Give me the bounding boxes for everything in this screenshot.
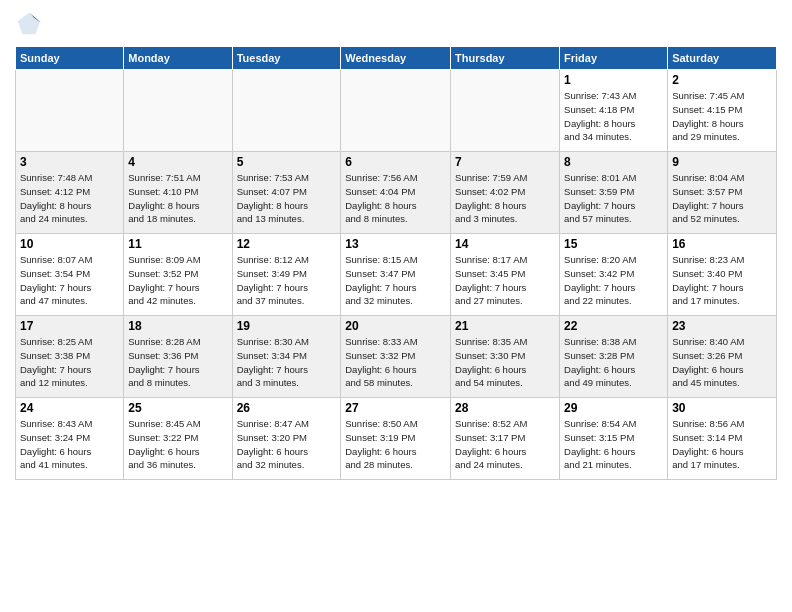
calendar-cell: 11Sunrise: 8:09 AM Sunset: 3:52 PM Dayli… xyxy=(124,234,232,316)
day-number: 6 xyxy=(345,155,446,169)
calendar-cell: 23Sunrise: 8:40 AM Sunset: 3:26 PM Dayli… xyxy=(668,316,777,398)
day-info: Sunrise: 8:54 AM Sunset: 3:15 PM Dayligh… xyxy=(564,417,663,472)
day-info: Sunrise: 8:50 AM Sunset: 3:19 PM Dayligh… xyxy=(345,417,446,472)
day-number: 26 xyxy=(237,401,337,415)
calendar-cell xyxy=(16,70,124,152)
calendar-cell: 29Sunrise: 8:54 AM Sunset: 3:15 PM Dayli… xyxy=(560,398,668,480)
calendar-cell: 5Sunrise: 7:53 AM Sunset: 4:07 PM Daylig… xyxy=(232,152,341,234)
day-number: 7 xyxy=(455,155,555,169)
page-container: SundayMondayTuesdayWednesdayThursdayFrid… xyxy=(0,0,792,490)
calendar-cell: 27Sunrise: 8:50 AM Sunset: 3:19 PM Dayli… xyxy=(341,398,451,480)
calendar-cell: 6Sunrise: 7:56 AM Sunset: 4:04 PM Daylig… xyxy=(341,152,451,234)
day-info: Sunrise: 8:30 AM Sunset: 3:34 PM Dayligh… xyxy=(237,335,337,390)
day-number: 10 xyxy=(20,237,119,251)
day-info: Sunrise: 7:43 AM Sunset: 4:18 PM Dayligh… xyxy=(564,89,663,144)
calendar-day-header: Monday xyxy=(124,47,232,70)
logo-icon xyxy=(15,10,43,38)
day-info: Sunrise: 8:28 AM Sunset: 3:36 PM Dayligh… xyxy=(128,335,227,390)
day-number: 29 xyxy=(564,401,663,415)
day-number: 25 xyxy=(128,401,227,415)
day-number: 14 xyxy=(455,237,555,251)
calendar-week-row: 1Sunrise: 7:43 AM Sunset: 4:18 PM Daylig… xyxy=(16,70,777,152)
calendar-cell: 8Sunrise: 8:01 AM Sunset: 3:59 PM Daylig… xyxy=(560,152,668,234)
day-number: 3 xyxy=(20,155,119,169)
calendar-day-header: Tuesday xyxy=(232,47,341,70)
calendar-cell: 16Sunrise: 8:23 AM Sunset: 3:40 PM Dayli… xyxy=(668,234,777,316)
calendar-cell: 10Sunrise: 8:07 AM Sunset: 3:54 PM Dayli… xyxy=(16,234,124,316)
calendar-cell: 14Sunrise: 8:17 AM Sunset: 3:45 PM Dayli… xyxy=(451,234,560,316)
day-number: 21 xyxy=(455,319,555,333)
day-number: 9 xyxy=(672,155,772,169)
calendar-cell: 21Sunrise: 8:35 AM Sunset: 3:30 PM Dayli… xyxy=(451,316,560,398)
calendar-cell: 4Sunrise: 7:51 AM Sunset: 4:10 PM Daylig… xyxy=(124,152,232,234)
day-info: Sunrise: 8:47 AM Sunset: 3:20 PM Dayligh… xyxy=(237,417,337,472)
day-number: 18 xyxy=(128,319,227,333)
calendar-header-row: SundayMondayTuesdayWednesdayThursdayFrid… xyxy=(16,47,777,70)
day-number: 13 xyxy=(345,237,446,251)
calendar-cell: 12Sunrise: 8:12 AM Sunset: 3:49 PM Dayli… xyxy=(232,234,341,316)
calendar-week-row: 3Sunrise: 7:48 AM Sunset: 4:12 PM Daylig… xyxy=(16,152,777,234)
calendar-cell: 9Sunrise: 8:04 AM Sunset: 3:57 PM Daylig… xyxy=(668,152,777,234)
logo xyxy=(15,10,47,38)
calendar-table: SundayMondayTuesdayWednesdayThursdayFrid… xyxy=(15,46,777,480)
day-info: Sunrise: 8:20 AM Sunset: 3:42 PM Dayligh… xyxy=(564,253,663,308)
day-number: 19 xyxy=(237,319,337,333)
day-info: Sunrise: 8:15 AM Sunset: 3:47 PM Dayligh… xyxy=(345,253,446,308)
calendar-day-header: Saturday xyxy=(668,47,777,70)
day-number: 24 xyxy=(20,401,119,415)
day-number: 20 xyxy=(345,319,446,333)
calendar-cell: 25Sunrise: 8:45 AM Sunset: 3:22 PM Dayli… xyxy=(124,398,232,480)
calendar-cell xyxy=(232,70,341,152)
day-info: Sunrise: 8:01 AM Sunset: 3:59 PM Dayligh… xyxy=(564,171,663,226)
day-info: Sunrise: 7:59 AM Sunset: 4:02 PM Dayligh… xyxy=(455,171,555,226)
calendar-cell: 13Sunrise: 8:15 AM Sunset: 3:47 PM Dayli… xyxy=(341,234,451,316)
day-info: Sunrise: 8:56 AM Sunset: 3:14 PM Dayligh… xyxy=(672,417,772,472)
calendar-day-header: Friday xyxy=(560,47,668,70)
day-number: 12 xyxy=(237,237,337,251)
day-info: Sunrise: 8:35 AM Sunset: 3:30 PM Dayligh… xyxy=(455,335,555,390)
day-info: Sunrise: 7:48 AM Sunset: 4:12 PM Dayligh… xyxy=(20,171,119,226)
day-info: Sunrise: 7:45 AM Sunset: 4:15 PM Dayligh… xyxy=(672,89,772,144)
day-number: 2 xyxy=(672,73,772,87)
day-info: Sunrise: 8:25 AM Sunset: 3:38 PM Dayligh… xyxy=(20,335,119,390)
day-info: Sunrise: 8:17 AM Sunset: 3:45 PM Dayligh… xyxy=(455,253,555,308)
calendar-week-row: 17Sunrise: 8:25 AM Sunset: 3:38 PM Dayli… xyxy=(16,316,777,398)
day-info: Sunrise: 8:07 AM Sunset: 3:54 PM Dayligh… xyxy=(20,253,119,308)
calendar-cell: 18Sunrise: 8:28 AM Sunset: 3:36 PM Dayli… xyxy=(124,316,232,398)
calendar-cell xyxy=(124,70,232,152)
calendar-cell: 2Sunrise: 7:45 AM Sunset: 4:15 PM Daylig… xyxy=(668,70,777,152)
day-info: Sunrise: 8:33 AM Sunset: 3:32 PM Dayligh… xyxy=(345,335,446,390)
day-number: 16 xyxy=(672,237,772,251)
calendar-cell: 19Sunrise: 8:30 AM Sunset: 3:34 PM Dayli… xyxy=(232,316,341,398)
day-number: 1 xyxy=(564,73,663,87)
day-number: 4 xyxy=(128,155,227,169)
day-info: Sunrise: 8:52 AM Sunset: 3:17 PM Dayligh… xyxy=(455,417,555,472)
day-number: 30 xyxy=(672,401,772,415)
day-info: Sunrise: 8:04 AM Sunset: 3:57 PM Dayligh… xyxy=(672,171,772,226)
day-info: Sunrise: 7:53 AM Sunset: 4:07 PM Dayligh… xyxy=(237,171,337,226)
calendar-day-header: Sunday xyxy=(16,47,124,70)
calendar-week-row: 24Sunrise: 8:43 AM Sunset: 3:24 PM Dayli… xyxy=(16,398,777,480)
calendar-day-header: Wednesday xyxy=(341,47,451,70)
calendar-week-row: 10Sunrise: 8:07 AM Sunset: 3:54 PM Dayli… xyxy=(16,234,777,316)
day-info: Sunrise: 8:09 AM Sunset: 3:52 PM Dayligh… xyxy=(128,253,227,308)
page-header xyxy=(15,10,777,38)
calendar-cell: 7Sunrise: 7:59 AM Sunset: 4:02 PM Daylig… xyxy=(451,152,560,234)
day-info: Sunrise: 8:38 AM Sunset: 3:28 PM Dayligh… xyxy=(564,335,663,390)
day-info: Sunrise: 8:23 AM Sunset: 3:40 PM Dayligh… xyxy=(672,253,772,308)
calendar-cell: 22Sunrise: 8:38 AM Sunset: 3:28 PM Dayli… xyxy=(560,316,668,398)
calendar-day-header: Thursday xyxy=(451,47,560,70)
calendar-cell: 1Sunrise: 7:43 AM Sunset: 4:18 PM Daylig… xyxy=(560,70,668,152)
day-info: Sunrise: 7:56 AM Sunset: 4:04 PM Dayligh… xyxy=(345,171,446,226)
calendar-cell xyxy=(451,70,560,152)
calendar-cell: 26Sunrise: 8:47 AM Sunset: 3:20 PM Dayli… xyxy=(232,398,341,480)
day-number: 17 xyxy=(20,319,119,333)
day-info: Sunrise: 8:45 AM Sunset: 3:22 PM Dayligh… xyxy=(128,417,227,472)
day-number: 22 xyxy=(564,319,663,333)
day-number: 28 xyxy=(455,401,555,415)
svg-marker-0 xyxy=(18,13,40,34)
calendar-cell xyxy=(341,70,451,152)
day-number: 27 xyxy=(345,401,446,415)
calendar-cell: 3Sunrise: 7:48 AM Sunset: 4:12 PM Daylig… xyxy=(16,152,124,234)
day-info: Sunrise: 7:51 AM Sunset: 4:10 PM Dayligh… xyxy=(128,171,227,226)
